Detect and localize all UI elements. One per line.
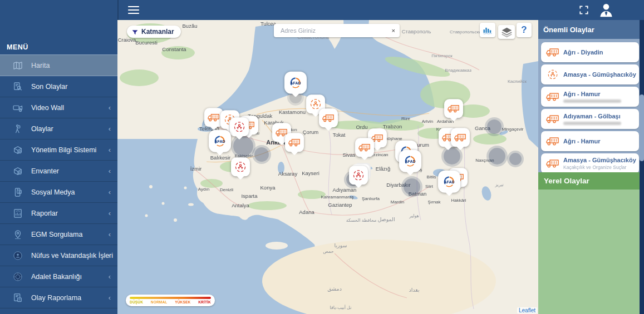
sidebar-item-envanter[interactable]: Envanter‹: [0, 161, 117, 182]
cycle-icon: [309, 97, 322, 111]
redacted-subtitle: [563, 99, 621, 103]
afad-icon: AFAD: [212, 133, 228, 149]
event-cluster-blob: [254, 147, 269, 162]
event-card-amasya-g-m-hac-k-y[interactable]: Amasya - GümüşhacıköyKaçakçılık ve Organ…: [541, 153, 639, 172]
sidebar-item-label: Yönetim Bilgi Sistemi: [31, 146, 96, 154]
truck-icon: [545, 46, 560, 58]
legend-label-normal: NORMAL: [151, 300, 168, 304]
leaflet-attribution[interactable]: Leaflet: [517, 307, 537, 313]
address-search-input[interactable]: [279, 27, 392, 34]
hamburger-menu-icon[interactable]: [127, 3, 140, 17]
fullscreen-icon[interactable]: [578, 4, 589, 16]
afad-map-marker[interactable]: AFAD: [438, 171, 460, 193]
map-icon: [12, 60, 23, 71]
sidebar-item-label: Olaylar: [31, 125, 53, 133]
city-report-button[interactable]: [480, 23, 495, 37]
event-card-title: Amasya - Gümüşhacıköy: [563, 157, 636, 163]
event-card-a-r-diyadin[interactable]: Ağrı - Diyadin: [541, 42, 639, 62]
social-icon: [12, 187, 23, 198]
sidebar-item-adalet-bakanl[interactable]: Adalet Bakanlığı‹: [0, 266, 117, 287]
sidebar-item-label: Olay Raporlama: [31, 294, 81, 302]
question-mark-icon: ?: [521, 24, 527, 36]
sidebar-item-label: Son Olaylar: [31, 83, 67, 91]
event-card-title: Ağrı - Hamur: [563, 138, 601, 144]
topbar: [117, 0, 644, 20]
truck-icon: [207, 111, 220, 124]
severity-legend-labels: DÜŞÜKNORMALYÜKSEKKRİTİK: [130, 300, 211, 304]
truck-icon: [322, 111, 335, 124]
layers-control-button[interactable]: [498, 25, 515, 39]
sidebar-item-son-olaylar[interactable]: Son Olaylar: [0, 76, 117, 97]
sidebar-item-label: Raporlar: [31, 210, 58, 217]
sidebar-item-sosyal-medya[interactable]: Sosyal Medya‹: [0, 182, 117, 203]
truck-map-marker[interactable]: [451, 128, 470, 147]
legend-label-y-ksek: YÜKSEK: [175, 300, 190, 304]
sidebar-item-n-fus-ve-vatanda-l-k-i-leri[interactable]: Nüfus ve Vatandaşlık İşleri‹: [0, 245, 117, 266]
sidebar-item-olay-raporlama[interactable]: Olay Raporlama‹: [0, 287, 117, 308]
afad-map-marker[interactable]: AFAD: [209, 130, 231, 152]
event-card-a-r-hamur[interactable]: Ağrı - Hamur: [541, 87, 639, 107]
afad-map-marker[interactable]: AFAD: [284, 72, 307, 94]
events-panel: Önemli Olaylar Ağrı - DiyadinAmasya - Gü…: [538, 20, 644, 314]
severity-gradient-bar: [130, 297, 211, 299]
sidebar-item-olaylar[interactable]: Olaylar‹: [0, 118, 117, 139]
event-cluster-blob: [509, 153, 522, 165]
chevron-left-icon: ‹: [109, 251, 111, 260]
event-card-amasya-g-m-hac-k-y[interactable]: Amasya - Gümüşhacıköy: [541, 64, 639, 84]
cycle-red-map-marker[interactable]: [231, 157, 250, 176]
event-cluster-blob: [489, 148, 505, 165]
sidebar-item-label: Sosyal Medya: [31, 188, 75, 196]
cycle-red-icon: [233, 120, 246, 133]
event-card-title: Adıyaman - Gölbaşı: [563, 113, 621, 119]
map-canvas[interactable]: TulceaBuzăuBucurestiConstantaCraiovaСева…: [117, 20, 538, 314]
sidebar-item-raporlar[interactable]: Raporlar‹: [0, 203, 117, 224]
panel-scrollbar-thumb[interactable]: [640, 94, 644, 161]
sidebar-item-label: Harita: [31, 62, 50, 69]
redacted-subtitle: [563, 122, 621, 125]
truck-icon: [545, 91, 560, 103]
app-window: MENÜ HaritaSon OlaylarVideo Wall‹Olaylar…: [0, 0, 644, 314]
truck-map-marker[interactable]: [355, 138, 374, 157]
cycle-red-map-marker[interactable]: [349, 166, 368, 185]
sidebar-item-label: EGM Sorgulama: [31, 231, 82, 238]
truck-map-marker[interactable]: [444, 99, 463, 118]
truck-map-marker[interactable]: [285, 133, 304, 152]
address-search-box: ×: [274, 24, 400, 37]
sidebar-item-label: Envanter: [31, 167, 59, 175]
user-profile-icon[interactable]: [598, 2, 614, 18]
cycle-red-icon: [234, 160, 247, 173]
katmanlar-button[interactable]: Katmanlar: [127, 26, 181, 38]
severity-legend: DÜŞÜKNORMALYÜKSEKKRİTİK: [126, 295, 215, 306]
sidebar-item-label: Adalet Bakanlığı: [31, 273, 82, 281]
chevron-left-icon: ‹: [109, 167, 111, 175]
events-icon: [12, 123, 23, 134]
sidebar: MENÜ HaritaSon OlaylarVideo Wall‹Olaylar…: [0, 0, 117, 314]
sidebar-item-y-netim-bilgi-sistemi[interactable]: Yönetim Bilgi Sistemi‹: [0, 139, 117, 161]
filter-funnel-icon: [131, 28, 139, 36]
sidebar-item-egm-sorgulama[interactable]: EGM Sorgulama‹: [0, 224, 117, 245]
panel-scrollbar-track[interactable]: [640, 20, 644, 314]
event-card-ad-yaman-g-lba[interactable]: Adıyaman - Gölbaşı: [541, 109, 639, 129]
truck-icon: [545, 135, 560, 147]
sidebar-item-video-wall[interactable]: Video Wall‹: [0, 97, 117, 118]
layers-icon: [501, 26, 513, 38]
important-events-list: Ağrı - DiyadinAmasya - GümüşhacıköyAğrı …: [538, 39, 644, 172]
event-cluster-blob: [487, 119, 502, 134]
search-clear-icon[interactable]: ×: [392, 27, 395, 34]
chevron-left-icon: ‹: [109, 124, 111, 133]
truck-icon: [288, 136, 301, 149]
sidebar-item-harita[interactable]: Harita: [0, 54, 117, 76]
truck-icon: [447, 102, 460, 115]
katmanlar-label: Katmanlar: [141, 28, 174, 36]
truck-icon: [545, 113, 560, 125]
legend-label-kri-ti-k: KRİTİK: [198, 300, 211, 304]
cycle-red-map-marker[interactable]: [230, 117, 249, 136]
inventory-icon: [12, 166, 23, 177]
help-button[interactable]: ?: [517, 23, 532, 37]
chevron-left-icon: ‹: [109, 146, 111, 154]
event-card-title: Ağrı - Diyadin: [563, 49, 603, 56]
event-card-a-r-hamur[interactable]: Ağrı - Hamur: [541, 131, 639, 151]
afad-map-marker[interactable]: AFAD: [399, 150, 421, 172]
important-events-header: Önemli Olaylar: [538, 20, 644, 39]
truck-map-marker[interactable]: [319, 108, 338, 127]
